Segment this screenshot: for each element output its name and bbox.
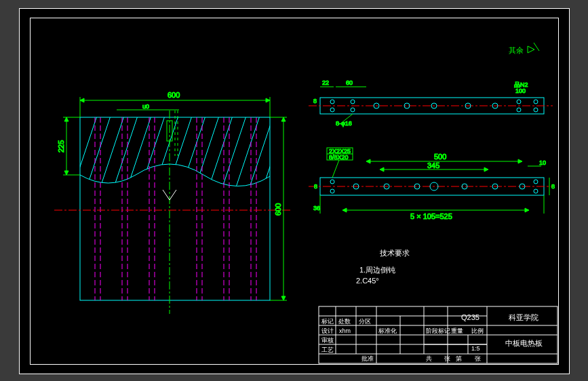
dim-main-h: 225 <box>57 117 80 175</box>
svg-text:600: 600 <box>274 203 282 216</box>
dim-sub-w: u0 <box>117 103 179 110</box>
svg-text:处数: 处数 <box>338 318 351 325</box>
svg-text:中板电热板: 中板电热板 <box>505 339 543 347</box>
cad-drawing: 其余 600 u0 225 600 22 60 品N2 100 8-φ16 8 … <box>0 0 588 381</box>
dim-main-w: 600 <box>80 91 270 117</box>
center-feat <box>163 111 178 314</box>
svg-text:100: 100 <box>515 87 526 94</box>
tech-line-1: 1.周边倒钝 <box>359 266 395 274</box>
svg-text:共: 共 <box>426 355 432 362</box>
canvas: 其余 600 u0 225 600 22 60 品N2 100 8-φ16 8 … <box>0 0 588 381</box>
svg-text:分区: 分区 <box>359 318 371 325</box>
svg-text:22: 22 <box>322 79 329 86</box>
svg-text:张: 张 <box>475 355 481 362</box>
svg-text:批准: 批准 <box>361 355 374 362</box>
svg-text:225: 225 <box>57 140 65 153</box>
svg-point-56 <box>330 189 334 193</box>
svg-point-35 <box>351 108 355 112</box>
svg-text:60: 60 <box>346 79 353 86</box>
svg-text:重量: 重量 <box>451 327 463 334</box>
svg-text:科亚学院: 科亚学院 <box>509 313 538 321</box>
svg-text:xhm: xhm <box>339 327 351 334</box>
svg-text:1:5: 1:5 <box>471 345 480 352</box>
svg-text:审核: 审核 <box>321 337 334 344</box>
svg-text:8-φ16: 8-φ16 <box>336 120 352 127</box>
svg-text:5 × 105=525: 5 × 105=525 <box>410 212 452 220</box>
top-strip: 22 60 品N2 100 8-φ16 8 <box>309 79 553 127</box>
svg-text:工艺: 工艺 <box>321 346 334 353</box>
svg-text:比例: 比例 <box>471 327 484 334</box>
svg-text:500: 500 <box>434 153 446 161</box>
svg-point-55 <box>330 180 334 184</box>
svg-text:Q235: Q235 <box>461 313 479 321</box>
tech-title: 技术要求 <box>379 249 410 257</box>
bot-dims: 2X2X25 8/8X20 500 345 10 5 × 105=525 8 3… <box>313 148 555 220</box>
svg-point-44 <box>534 108 538 112</box>
svg-text:8/8X20: 8/8X20 <box>329 154 349 161</box>
svg-text:345: 345 <box>427 161 439 169</box>
svg-point-42 <box>517 108 521 112</box>
svg-text:标准化: 标准化 <box>378 327 397 334</box>
surface-icon <box>528 43 539 53</box>
svg-point-41 <box>517 100 521 104</box>
svg-text:第: 第 <box>456 355 462 362</box>
svg-text:10: 10 <box>539 159 546 166</box>
svg-text:阶段标记: 阶段标记 <box>426 327 450 334</box>
dim-right-h: 600 <box>270 117 287 300</box>
tech-line-2: 2.C45° <box>356 277 379 285</box>
svg-point-34 <box>351 100 355 104</box>
title-text: Q235 科亚学院 中板电热板 标记 处数 分区 设计 xhm 审核 工艺 标准… <box>321 313 543 362</box>
svg-text:8: 8 <box>313 98 317 104</box>
bot-strip: 2X2X25 8/8X20 500 345 10 5 × 105=525 8 3… <box>309 148 555 220</box>
svg-text:张: 张 <box>444 355 450 362</box>
svg-text:u0: u0 <box>142 103 149 110</box>
svg-point-33 <box>330 108 334 112</box>
svg-text:8: 8 <box>314 183 317 190</box>
svg-point-32 <box>330 100 334 104</box>
svg-text:设计: 设计 <box>321 327 334 334</box>
slots <box>95 117 256 300</box>
svg-line-70 <box>332 160 339 178</box>
svg-text:600: 600 <box>168 91 180 99</box>
svg-point-65 <box>534 189 538 193</box>
corner-note: 其余 <box>509 46 524 54</box>
svg-text:36: 36 <box>313 205 320 212</box>
svg-text:8: 8 <box>551 183 555 190</box>
svg-point-64 <box>534 180 538 184</box>
svg-point-43 <box>534 100 538 104</box>
svg-text:标记: 标记 <box>321 318 334 325</box>
main-view: 600 u0 225 600 <box>54 91 292 314</box>
